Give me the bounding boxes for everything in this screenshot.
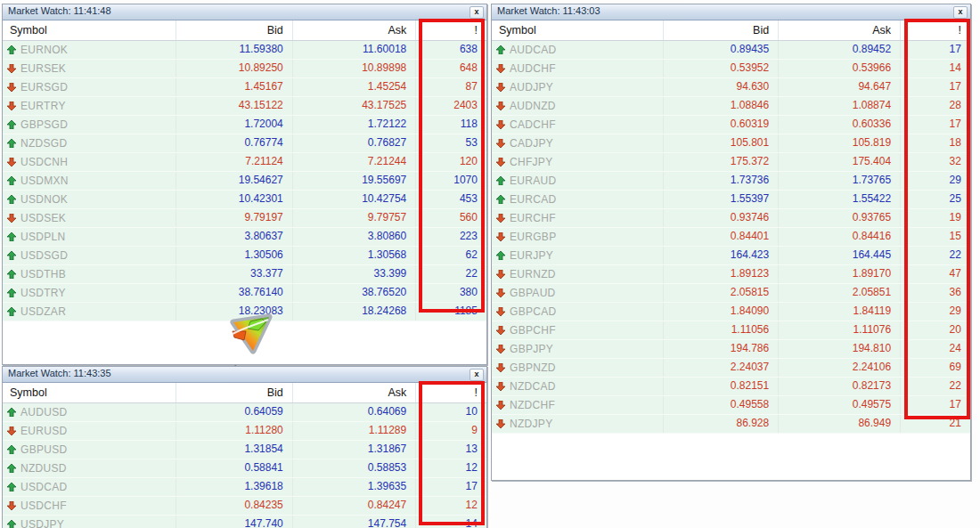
bid-value: 33.377 bbox=[176, 265, 292, 283]
column-header-ask[interactable]: Ask bbox=[293, 383, 416, 402]
table-row[interactable]: NZDSGD 0.76774 0.76827 53 bbox=[3, 134, 486, 153]
trend-down-icon bbox=[496, 232, 505, 241]
table-row[interactable]: GBPSGD 1.72004 1.72122 118 bbox=[3, 116, 486, 134]
table-row[interactable]: NZDCAD 0.82151 0.82173 22 bbox=[492, 378, 970, 396]
table-row[interactable]: EURSGD 1.45167 1.45254 87 bbox=[3, 78, 486, 97]
symbol-label: GBPSGD bbox=[20, 117, 68, 134]
titlebar[interactable]: Market Watch: 11:41:48 x bbox=[3, 4, 486, 20]
table-row[interactable]: USDCAD 1.39618 1.39635 17 bbox=[3, 478, 486, 497]
trend-up-icon bbox=[7, 251, 16, 260]
spread-value: 453 bbox=[416, 191, 486, 208]
symbol-cell: USDCNH bbox=[3, 153, 176, 171]
column-header-bid[interactable]: Bid bbox=[664, 20, 779, 40]
table-row[interactable]: AUDCAD 0.89435 0.89452 17 bbox=[492, 41, 970, 60]
table-row[interactable]: USDJPY 147.740 147.754 14 bbox=[3, 516, 486, 528]
symbol-label: GBPUSD bbox=[20, 442, 67, 459]
column-header-bid[interactable]: Bid bbox=[176, 383, 292, 402]
symbol-cell: CADJPY bbox=[492, 134, 664, 152]
trend-up-icon bbox=[496, 45, 505, 54]
column-header-spread[interactable]: ! bbox=[416, 20, 486, 40]
table-row[interactable]: EURGBP 0.84401 0.84416 15 bbox=[492, 228, 970, 247]
symbol-cell: EURAUD bbox=[492, 172, 664, 190]
titlebar[interactable]: Market Watch: 11:43:35 x bbox=[3, 367, 486, 383]
column-header-spread[interactable]: ! bbox=[901, 20, 970, 40]
table-row[interactable]: GBPJPY 194.786 194.810 24 bbox=[492, 340, 970, 359]
table-row[interactable]: EURNOK 11.59380 11.60018 638 bbox=[3, 41, 486, 60]
table-row[interactable]: EURAUD 1.73736 1.73765 29 bbox=[492, 172, 970, 191]
symbol-label: NZDSGD bbox=[20, 135, 67, 152]
table-row[interactable]: USDCNH 7.21124 7.21244 120 bbox=[3, 153, 486, 172]
trend-down-icon bbox=[7, 64, 16, 73]
column-header-symbol[interactable]: Symbol bbox=[3, 383, 176, 402]
ask-value: 0.49575 bbox=[779, 396, 901, 414]
bid-value: 1.39618 bbox=[176, 478, 292, 496]
symbol-label: GBPJPY bbox=[510, 341, 553, 358]
symbol-cell: GBPAUD bbox=[492, 284, 664, 302]
trend-up-icon bbox=[7, 464, 16, 473]
column-header-symbol[interactable]: Symbol bbox=[3, 20, 176, 40]
table-row[interactable]: AUDCHF 0.53952 0.53966 14 bbox=[492, 60, 970, 78]
ask-value: 1.30568 bbox=[293, 247, 416, 264]
table-row[interactable]: EURTRY 43.15122 43.17525 2403 bbox=[3, 97, 486, 116]
table-row[interactable]: EURSEK 10.89250 10.89898 648 bbox=[3, 60, 486, 78]
spread-value: 12 bbox=[416, 459, 486, 477]
bid-value: 10.42301 bbox=[176, 191, 292, 208]
table-row[interactable]: AUDNZD 1.08846 1.08874 28 bbox=[492, 97, 970, 116]
ask-value: 164.445 bbox=[779, 247, 901, 264]
table-row[interactable]: USDTHB 33.377 33.399 22 bbox=[3, 265, 486, 284]
table-row[interactable]: GBPUSD 1.31854 1.31867 13 bbox=[3, 441, 486, 459]
table-row[interactable]: EURCHF 0.93746 0.93765 19 bbox=[492, 209, 970, 228]
table-row[interactable]: NZDJPY 86.928 86.949 21 bbox=[492, 415, 970, 434]
symbol-label: NZDUSD bbox=[20, 460, 67, 477]
trend-down-icon bbox=[496, 102, 505, 110]
symbol-cell: USDTHB bbox=[3, 265, 176, 283]
ask-value: 175.404 bbox=[779, 153, 901, 171]
bid-value: 0.64059 bbox=[176, 403, 292, 421]
table-row[interactable]: EURUSD 1.11280 1.11289 9 bbox=[3, 422, 486, 441]
trend-down-icon bbox=[7, 501, 16, 510]
close-icon[interactable]: x bbox=[953, 6, 968, 19]
symbol-label: EURTRY bbox=[20, 98, 66, 115]
table-row[interactable]: USDSGD 1.30506 1.30568 62 bbox=[3, 247, 486, 265]
symbol-label: USDTHB bbox=[20, 266, 66, 283]
table-row[interactable]: GBPCAD 1.84090 1.84119 29 bbox=[492, 303, 970, 321]
table-row[interactable]: USDTRY 38.76140 38.76520 380 bbox=[3, 284, 486, 303]
table-row[interactable]: NZDCHF 0.49558 0.49575 17 bbox=[492, 396, 970, 415]
table-row[interactable]: CHFJPY 175.372 175.404 32 bbox=[492, 153, 970, 172]
table-row[interactable]: CADJPY 105.801 105.819 18 bbox=[492, 134, 970, 153]
column-header-symbol[interactable]: Symbol bbox=[492, 20, 664, 40]
symbol-cell: EURUSD bbox=[3, 422, 176, 440]
table-row[interactable]: USDPLN 3.80637 3.80860 223 bbox=[3, 228, 486, 247]
column-header-ask[interactable]: Ask bbox=[779, 20, 901, 40]
trend-down-icon bbox=[7, 214, 16, 223]
table-row[interactable]: GBPAUD 2.05815 2.05851 36 bbox=[492, 284, 970, 303]
table-row[interactable]: AUDJPY 94.630 94.647 17 bbox=[492, 78, 970, 97]
column-header-ask[interactable]: Ask bbox=[293, 20, 416, 40]
table-row[interactable]: NZDUSD 0.58841 0.58853 12 bbox=[3, 459, 486, 478]
spread-value: 19 bbox=[901, 209, 970, 227]
market-watch-window-2: Market Watch: 11:43:03 x Symbol Bid Ask … bbox=[491, 4, 971, 481]
close-icon[interactable]: x bbox=[470, 6, 484, 19]
spread-value: 18 bbox=[901, 134, 970, 152]
table-row[interactable]: EURNZD 1.89123 1.89170 47 bbox=[492, 265, 970, 284]
close-icon[interactable]: x bbox=[470, 369, 484, 381]
column-header-bid[interactable]: Bid bbox=[176, 20, 292, 40]
table-row[interactable]: USDMXN 19.54627 19.55697 1070 bbox=[3, 172, 486, 191]
titlebar[interactable]: Market Watch: 11:43:03 x bbox=[492, 4, 970, 20]
ask-value: 1.31867 bbox=[293, 441, 416, 459]
table-row[interactable]: AUDUSD 0.64059 0.64069 10 bbox=[3, 403, 486, 422]
symbol-label: USDSEK bbox=[20, 210, 66, 227]
symbol-cell: USDSEK bbox=[3, 209, 176, 227]
ask-value: 194.810 bbox=[779, 340, 901, 358]
table-row[interactable]: USDCHF 0.84235 0.84247 12 bbox=[3, 497, 486, 516]
table-row[interactable]: EURJPY 164.423 164.445 22 bbox=[492, 247, 970, 265]
column-header-spread[interactable]: ! bbox=[416, 383, 486, 402]
table-row[interactable]: CADCHF 0.60319 0.60336 17 bbox=[492, 116, 970, 134]
table-row[interactable]: USDNOK 10.42301 10.42754 453 bbox=[3, 191, 486, 209]
table-row[interactable]: EURCAD 1.55397 1.55422 25 bbox=[492, 191, 970, 209]
table-row[interactable]: GBPCHF 1.11056 1.11076 20 bbox=[492, 321, 970, 340]
broker-logo-icon bbox=[221, 311, 280, 355]
symbol-label: USDPLN bbox=[20, 229, 65, 246]
table-row[interactable]: USDSEK 9.79197 9.79757 560 bbox=[3, 209, 486, 228]
table-row[interactable]: GBPNZD 2.24037 2.24106 69 bbox=[492, 359, 970, 378]
